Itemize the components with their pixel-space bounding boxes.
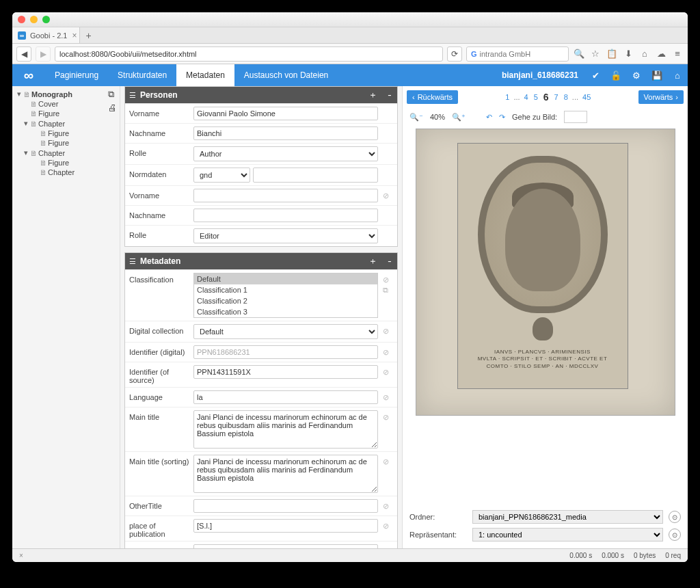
check-icon[interactable]: ✔	[585, 70, 606, 81]
page-number[interactable]: 8	[561, 93, 571, 101]
panel-personen: ☰ Personen ＋ ╶ Vorname Nachname RolleAut…	[124, 86, 398, 247]
page-number[interactable]: 5	[531, 93, 541, 101]
favicon-icon: ∞	[18, 31, 26, 40]
download-icon[interactable]: ⬇	[622, 48, 634, 60]
home-icon[interactable]: ⌂	[638, 48, 651, 60]
cloud-icon[interactable]: ☁	[655, 48, 667, 60]
image-toolbar: 🔍⁻ 40% 🔍⁺ ↶ ↷ Gehe zu Bild:	[403, 108, 688, 129]
identifier-source-input[interactable]	[193, 365, 378, 379]
image-preview[interactable]: IANVS · PLANCVS · ARIMINENSIS MVLTA · SC…	[416, 129, 675, 416]
gear-icon[interactable]: ⚙	[626, 70, 647, 81]
person1-nachname-input[interactable]	[193, 126, 378, 140]
add-metadata-icon[interactable]: ＋	[366, 255, 379, 267]
star-icon[interactable]: ☆	[589, 48, 602, 60]
app-logo-icon[interactable]: ∞	[12, 68, 45, 83]
page-number[interactable]: 45	[580, 93, 593, 101]
unlock-icon[interactable]: 🔓	[606, 70, 626, 81]
zoom-in-icon[interactable]: 🔍⁺	[452, 113, 466, 122]
zoom-out-icon[interactable]: 🔍⁻	[409, 113, 423, 122]
reload-button[interactable]: ⟳	[447, 46, 462, 62]
add-person-icon[interactable]: ＋	[366, 89, 379, 101]
nav-tab-metadaten[interactable]: Metadaten	[176, 64, 234, 86]
process-name: bianjani_618686231	[495, 70, 585, 80]
main-title-textarea[interactable]: Jani Planci de incessu marinorum echinor…	[193, 410, 378, 449]
digital-collection-select[interactable]: Default	[193, 324, 378, 339]
tree-node[interactable]: 🗎Figure	[14, 109, 118, 118]
save-icon[interactable]: 💾	[647, 70, 667, 81]
status-bar: × 0.000 s 0.000 s 0 bytes 0 req	[12, 548, 688, 562]
close-window-icon[interactable]	[18, 16, 25, 23]
person1-rolle-select[interactable]: Author	[193, 146, 378, 161]
page-number[interactable]: 7	[552, 93, 561, 101]
app-topbar: ∞ PaginierungStrukturdatenMetadatenAusta…	[12, 64, 688, 86]
collapse-icon[interactable]: ╶	[383, 256, 393, 267]
tree-node[interactable]: 🗎Chapter	[14, 168, 118, 177]
new-tab-button[interactable]: +	[80, 30, 96, 41]
panel-metadaten: ☰ Metadaten ＋ ╶ ClassificationDefaultCla…	[124, 252, 398, 548]
repr-action-icon[interactable]: ⊙	[669, 529, 681, 541]
folder-select[interactable]: bianjani_PPN618686231_media	[472, 510, 663, 524]
hamburger-icon[interactable]: ☰	[129, 91, 136, 100]
browser-tabbar: ∞ Goobi - 2.1 × +	[12, 27, 688, 44]
back-button[interactable]: ◀	[16, 46, 31, 62]
pager-forward-button[interactable]: Vorwärts›	[638, 90, 684, 104]
page-number[interactable]: 4	[522, 93, 531, 101]
tree-node[interactable]: ▾🗎Chapter	[14, 118, 118, 129]
identifier-digital-input	[193, 345, 378, 359]
person1-vorname-input[interactable]	[193, 107, 378, 120]
person1-normdaten-input[interactable]	[253, 168, 378, 183]
goto-image-input[interactable]	[564, 111, 587, 123]
tree-node[interactable]: 🗎Figure	[14, 129, 118, 138]
tab-title: Goobi - 2.1	[30, 31, 67, 40]
tab-close-icon[interactable]: ×	[72, 31, 77, 40]
panel-header-metadaten: ☰ Metadaten ＋ ╶	[125, 253, 397, 269]
nav-tab-strukturdaten[interactable]: Strukturdaten	[108, 64, 176, 86]
person2-vorname-input[interactable]	[193, 189, 378, 202]
browser-toolbar: ◀ ▶ localhost:8080/Goobi/uii/metseditor.…	[12, 44, 688, 64]
search-icon-btn[interactable]: 🔍	[573, 48, 585, 60]
nav-tab-paginierung[interactable]: Paginierung	[45, 64, 108, 86]
other-title-input[interactable]	[193, 499, 378, 513]
tree-node[interactable]: 🗎Figure	[14, 138, 118, 148]
tree-node[interactable]: 🗎Cover	[14, 99, 118, 109]
metadata-column: ☰ Personen ＋ ╶ Vorname Nachname RolleAut…	[120, 86, 402, 548]
person1-normdaten-select[interactable]: gnd	[193, 168, 250, 183]
home-app-icon[interactable]: ⌂	[667, 70, 688, 81]
browser-tab[interactable]: ∞ Goobi - 2.1 ×	[12, 27, 80, 43]
representative-select[interactable]: 1: uncounted	[472, 528, 663, 542]
rotate-left-icon[interactable]: ↶	[486, 113, 492, 122]
copy-icon[interactable]: ⧉	[108, 89, 117, 100]
person2-nachname-input[interactable]	[193, 209, 378, 222]
status-close-icon[interactable]: ×	[19, 552, 23, 559]
page-number[interactable]: 1	[502, 93, 512, 101]
pager-back-button[interactable]: ‹Rückwärts	[407, 90, 458, 104]
image-pager: ‹Rückwärts 1...45678...45 Vorwärts›	[403, 86, 688, 108]
classification-listbox[interactable]: DefaultClassification 1Classification 2C…	[193, 273, 378, 318]
main-title-sorting-textarea[interactable]: Jani Planci de incessu marinorum echinor…	[193, 455, 378, 493]
structure-tree: ⧉ 🖨 ▾🗎Monograph🗎Cover🗎Figure▾🗎Chapter🗎Fi…	[12, 86, 120, 548]
browser-search[interactable]: Gintranda GmbH	[466, 46, 569, 62]
menu-icon[interactable]: ≡	[671, 48, 684, 60]
tree-node[interactable]: 🗎Figure	[14, 158, 118, 168]
tree-node[interactable]: ▾🗎Monograph	[14, 89, 118, 99]
folder-action-icon[interactable]: ⊙	[669, 511, 681, 523]
page-number[interactable]: 6	[541, 92, 552, 103]
zoom-window-icon[interactable]	[42, 16, 50, 23]
hamburger-icon[interactable]: ☰	[129, 257, 136, 266]
mac-titlebar	[12, 12, 688, 27]
clipboard-icon[interactable]: 📋	[606, 48, 618, 60]
panel-header-personen: ☰ Personen ＋ ╶	[125, 87, 397, 103]
nav-tab-austausch von dateien[interactable]: Austausch von Dateien	[234, 64, 338, 86]
forward-button[interactable]: ▶	[36, 46, 51, 62]
person2-rolle-select[interactable]: Editor	[193, 228, 378, 243]
rotate-right-icon[interactable]: ↷	[499, 113, 505, 122]
tree-node[interactable]: ▾🗎Chapter	[14, 148, 118, 158]
place-input[interactable]	[193, 519, 378, 533]
image-column: ‹Rückwärts 1...45678...45 Vorwärts› 🔍⁻ 4…	[402, 86, 688, 548]
delete-icon[interactable]: ⊘	[383, 191, 389, 200]
language-input[interactable]	[193, 390, 378, 404]
url-bar[interactable]: localhost:8080/Goobi/uii/metseditor.xhtm…	[55, 46, 443, 62]
collapse-icon[interactable]: ╶	[383, 90, 393, 101]
print-icon[interactable]: 🖨	[108, 103, 117, 113]
minimize-window-icon[interactable]	[30, 16, 38, 23]
